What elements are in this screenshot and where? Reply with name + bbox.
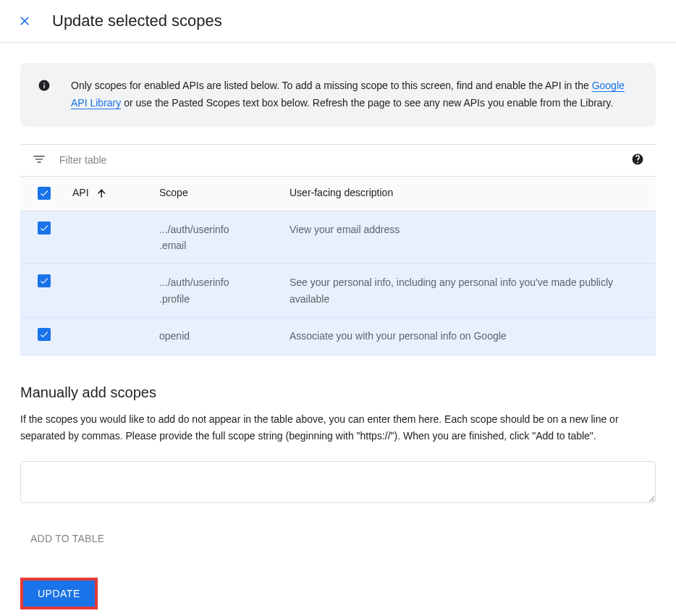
manual-scopes-textarea[interactable]: [20, 461, 656, 503]
header-api[interactable]: API: [64, 177, 151, 211]
dialog-title: Update selected scopes: [52, 12, 222, 30]
select-all-checkbox[interactable]: [38, 187, 51, 200]
manual-scopes-text: If the scopes you would like to add do n…: [20, 411, 656, 446]
manual-scopes-title: Manually add scopes: [20, 384, 656, 401]
header-checkbox-cell: [20, 177, 64, 211]
dialog-footer: UPDATE: [0, 572, 676, 616]
row-checkbox[interactable]: [38, 221, 51, 235]
update-button[interactable]: UPDATE: [23, 581, 95, 607]
cell-api: [64, 211, 151, 264]
scopes-table: API Scope User-facing description .../au…: [20, 177, 656, 355]
info-text: Only scopes for enabled APIs are listed …: [71, 77, 638, 112]
info-text-before: Only scopes for enabled APIs are listed …: [71, 80, 592, 91]
update-highlight: UPDATE: [20, 578, 98, 609]
sort-ascending-icon: [96, 187, 109, 200]
table-row: .../auth/userinfo .profile See your pers…: [20, 264, 656, 318]
row-checkbox[interactable]: [38, 274, 51, 287]
table-row: openid Associate you with your personal …: [20, 318, 656, 355]
cell-description: See your personal info, including any pe…: [281, 264, 656, 318]
dialog-header: Update selected scopes: [0, 0, 676, 43]
cell-description: View your email address: [281, 211, 656, 264]
filter-bar: [20, 144, 656, 177]
info-icon: [38, 77, 51, 112]
filter-icon[interactable]: [32, 152, 46, 169]
info-text-after: or use the Pasted Scopes text box below.…: [121, 97, 613, 109]
row-checkbox[interactable]: [38, 328, 51, 341]
cell-scope: .../auth/userinfo .profile: [151, 264, 281, 318]
header-scope[interactable]: Scope: [151, 177, 281, 211]
table-row: .../auth/userinfo .email View your email…: [20, 211, 656, 264]
cell-scope: .../auth/userinfo .email: [151, 211, 281, 264]
info-banner: Only scopes for enabled APIs are listed …: [20, 63, 656, 127]
header-description[interactable]: User-facing description: [281, 177, 656, 211]
filter-input[interactable]: [59, 154, 618, 166]
cell-api: [64, 264, 151, 318]
add-to-table-button[interactable]: ADD TO TABLE: [20, 526, 114, 552]
help-icon[interactable]: [631, 153, 644, 168]
cell-api: [64, 318, 151, 355]
close-icon[interactable]: [17, 14, 32, 28]
cell-description: Associate you with your personal info on…: [281, 318, 656, 355]
cell-scope: openid: [151, 318, 281, 355]
